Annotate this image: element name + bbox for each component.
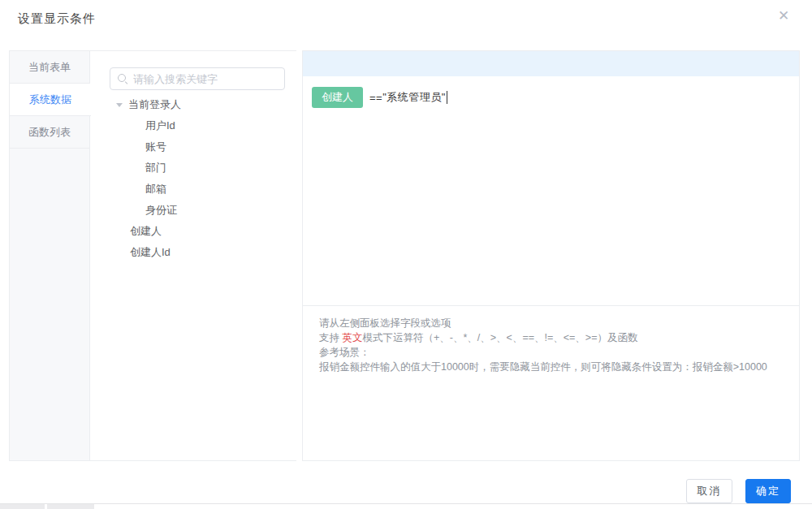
search-icon [118, 74, 128, 84]
tree-item-creator-id[interactable]: 创建人Id [91, 242, 297, 263]
confirm-button[interactable]: 确定 [745, 479, 791, 503]
tree-item-account[interactable]: 账号 [91, 136, 297, 157]
tree-item-email[interactable]: 邮箱 [91, 179, 297, 200]
bottom-edge-segment [0, 504, 45, 509]
help-line-3: 参考场景： [319, 345, 786, 360]
tab-current-form[interactable]: 当前表单 [10, 51, 89, 84]
dialog-title: 设置显示条件 [18, 11, 96, 27]
tab-function-list[interactable]: 函数列表 [10, 116, 89, 149]
text-cursor [447, 91, 447, 104]
help-highlight-english: 英文 [342, 332, 362, 343]
tree-item-label: 用户Id [145, 115, 175, 136]
editor-highlight-bar [303, 51, 799, 76]
close-icon[interactable]: ✕ [775, 8, 792, 24]
search-input[interactable] [133, 73, 284, 85]
expression-line[interactable]: 创建人 == "系统管理员" [312, 87, 447, 108]
tree-item-label: 创建人Id [130, 242, 171, 263]
bottom-edge-segment [47, 504, 94, 509]
tree-item-department[interactable]: 部门 [91, 157, 297, 179]
tree-item-label: 账号 [145, 136, 166, 157]
expression-editor-panel[interactable]: 创建人 == "系统管理员" 请从左侧面板选择字段或选项 支持 英文模式下运算符… [302, 50, 800, 461]
tree-item-current-user[interactable]: 当前登录人 [91, 94, 297, 115]
help-text: 请从左侧面板选择字段或选项 支持 英文模式下运算符（+、-、*、/、>、<、==… [319, 316, 786, 374]
tab-strip: 当前表单 系统数据 函数列表 [10, 51, 90, 460]
help-line-4: 报销金额控件输入的值大于10000时，需要隐藏当前控件，则可将隐藏条件设置为：报… [319, 360, 786, 374]
bottom-window-edge [0, 503, 812, 504]
tree-item-label: 当前登录人 [128, 94, 181, 115]
field-tree-panel: 当前登录人 用户Id 账号 部门 邮箱 身份证 创建人 创建人Id [91, 51, 297, 460]
tree-item-user-id[interactable]: 用户Id [91, 115, 297, 136]
tab-system-data[interactable]: 系统数据 [10, 84, 91, 116]
editor-divider [303, 305, 799, 306]
tree-item-label: 身份证 [145, 200, 177, 221]
help-line-1: 请从左侧面板选择字段或选项 [319, 316, 786, 330]
expression-value: "系统管理员" [382, 90, 446, 105]
tree-item-id-card[interactable]: 身份证 [91, 200, 297, 221]
help-line-2: 支持 英文模式下运算符（+、-、*、/、>、<、==、!=、<=、>=）及函数 [319, 330, 786, 345]
tree-item-creator[interactable]: 创建人 [91, 221, 297, 242]
tree-item-label: 部门 [145, 157, 166, 179]
search-box[interactable] [110, 67, 285, 90]
caret-down-icon[interactable] [116, 103, 123, 107]
source-panel: 当前表单 系统数据 函数列表 当前登录人 用户Id 账号 部门 邮箱 [9, 50, 296, 461]
field-tag-creator[interactable]: 创建人 [312, 87, 363, 108]
tree-item-label: 邮箱 [145, 179, 166, 200]
cancel-button[interactable]: 取消 [686, 479, 732, 503]
expression-operator: == [369, 92, 382, 104]
field-tree: 当前登录人 用户Id 账号 部门 邮箱 身份证 创建人 创建人Id [91, 94, 297, 263]
tree-item-label: 创建人 [130, 221, 162, 242]
